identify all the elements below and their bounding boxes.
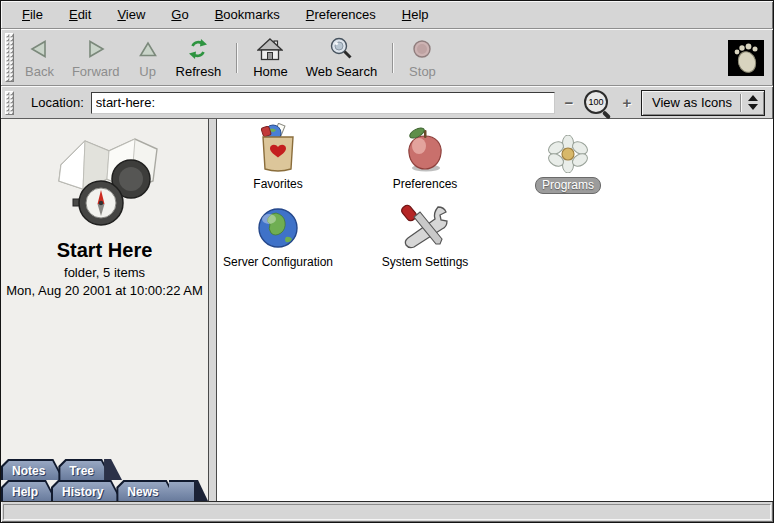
home-button[interactable]: Home [244, 31, 297, 84]
icon-item-server-configuration[interactable]: Server Configuration [217, 203, 339, 269]
favorites-icon [255, 121, 301, 173]
back-icon [28, 35, 50, 63]
menu-preferences[interactable]: Preferences [293, 2, 389, 27]
tab-news-label: News [118, 482, 175, 501]
zoom-out-button[interactable]: − [562, 96, 576, 110]
stop-icon [412, 35, 432, 63]
sidebar-tab-row-1: Notes Tree [1, 459, 208, 480]
programs-icon [547, 121, 589, 173]
tab-help-label: Help [3, 482, 55, 501]
refresh-label: Refresh [176, 64, 222, 79]
toolbar-separator [392, 43, 394, 73]
pane-splitter[interactable] [209, 119, 217, 501]
back-button[interactable]: Back [16, 31, 63, 84]
sidebar-info: Start Here folder, 5 items Mon, Aug 20 2… [1, 119, 208, 298]
sidebar-tabs: Notes Tree Help History News [1, 459, 208, 501]
icon-item-favorites[interactable]: Favorites [217, 121, 339, 191]
dropdown-divider [740, 94, 742, 112]
icon-item-system-settings[interactable]: System Settings [364, 203, 486, 269]
icon-view-canvas[interactable]: Favorites Preferences [217, 119, 773, 501]
icon-item-preferences[interactable]: Preferences [364, 121, 486, 191]
tab-row-end-cap [194, 480, 208, 501]
menu-edit[interactable]: Edit [56, 2, 104, 27]
toolbar: Back Forward Up Refresh [1, 29, 773, 86]
up-button[interactable]: Up [129, 31, 167, 84]
tab-help[interactable]: Help [1, 480, 57, 501]
icon-label-system-settings: System Settings [382, 255, 469, 269]
icon-label-favorites: Favorites [253, 177, 302, 191]
web-search-icon [329, 35, 353, 63]
icon-label-server-configuration: Server Configuration [223, 255, 333, 269]
status-bar [3, 504, 771, 520]
icon-label-programs: Programs [535, 177, 601, 194]
tab-history-label: History [53, 482, 120, 501]
nautilus-window: File Edit View Go Bookmarks Preferences … [0, 0, 774, 523]
sidebar-folder-info: folder, 5 items [1, 265, 208, 280]
tab-news[interactable]: News [116, 480, 177, 501]
up-icon [138, 35, 158, 63]
system-settings-icon [400, 203, 450, 251]
menu-go[interactable]: Go [158, 2, 201, 27]
preferences-icon [400, 121, 450, 173]
sidebar-tab-row-2: Help History News [1, 480, 208, 501]
refresh-icon [187, 35, 209, 63]
toolbar-separator [236, 43, 238, 73]
tab-history[interactable]: History [51, 480, 122, 501]
tab-row-end-cap [104, 459, 122, 480]
zoom-level-indicator[interactable]: 100 [583, 88, 613, 118]
location-label: Location: [31, 95, 84, 110]
icon-label-preferences: Preferences [393, 177, 458, 191]
view-as-dropdown[interactable]: View as Icons [641, 90, 765, 116]
location-bar: Location: − 100 + View as Icons [1, 86, 773, 118]
tab-notes-label: Notes [3, 461, 62, 480]
sidebar-title: Start Here [1, 239, 208, 262]
forward-button[interactable]: Forward [63, 31, 129, 84]
location-grip-handle[interactable] [5, 91, 14, 115]
tab-notes[interactable]: Notes [1, 459, 64, 480]
toolbar-grip-handle[interactable] [5, 33, 14, 82]
menu-bookmarks[interactable]: Bookmarks [202, 2, 293, 27]
web-search-button[interactable]: Web Search [297, 31, 386, 84]
forward-icon [85, 35, 107, 63]
stop-label: Stop [409, 64, 436, 79]
forward-label: Forward [72, 64, 120, 79]
refresh-button[interactable]: Refresh [167, 31, 231, 84]
back-label: Back [25, 64, 54, 79]
view-as-value: View as Icons [652, 95, 738, 110]
web-search-label: Web Search [306, 64, 377, 79]
sidebar-panel: Start Here folder, 5 items Mon, Aug 20 2… [1, 119, 209, 501]
menu-file[interactable]: File [9, 2, 56, 27]
start-here-icon [39, 129, 171, 235]
menu-help[interactable]: Help [389, 2, 442, 27]
server-configuration-icon [256, 203, 300, 251]
zoom-in-button[interactable]: + [620, 96, 634, 110]
sidebar-date: Mon, Aug 20 2001 at 10:00:22 AM [1, 283, 208, 298]
gnome-foot-logo [728, 40, 764, 76]
tab-tree-label: Tree [60, 461, 111, 480]
stop-button[interactable]: Stop [400, 31, 445, 84]
home-label: Home [253, 64, 288, 79]
content-area: Start Here folder, 5 items Mon, Aug 20 2… [1, 118, 773, 501]
dropdown-spinner-icon [748, 95, 758, 110]
icon-item-programs[interactable]: Programs [507, 121, 629, 194]
home-icon [257, 35, 283, 63]
menu-view[interactable]: View [104, 2, 158, 27]
status-bar-row [1, 501, 773, 522]
menu-bar: File Edit View Go Bookmarks Preferences … [1, 1, 773, 29]
up-label: Up [139, 64, 156, 79]
location-input[interactable] [91, 92, 555, 114]
